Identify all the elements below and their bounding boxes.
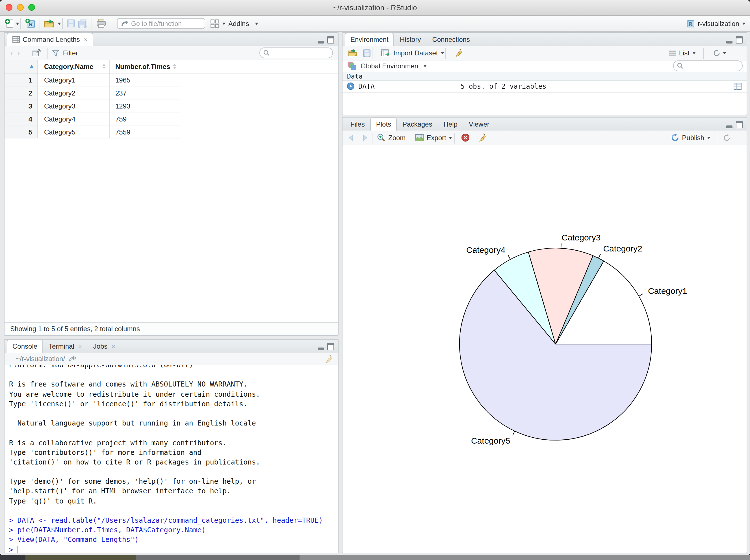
minimize-pane-icon[interactable]	[726, 38, 732, 43]
sort-icons	[173, 64, 176, 69]
pie-label-category5: Category5	[471, 436, 510, 445]
sort-ascending-icon	[29, 65, 34, 68]
popout-window-icon[interactable]	[33, 49, 41, 57]
maximize-pane-icon[interactable]	[736, 36, 743, 43]
goto-file-search[interactable]: Go to file/function	[117, 18, 205, 29]
clear-plots-broom-icon[interactable]	[478, 133, 486, 142]
import-dataset-icon[interactable]	[381, 49, 390, 57]
list-view-button[interactable]: List	[669, 49, 696, 57]
new-project-button[interactable]: R	[25, 16, 36, 31]
object-name: DATA	[358, 82, 375, 90]
close-tab-icon[interactable]: ×	[84, 36, 87, 43]
table-row[interactable]: 2Category2237	[4, 86, 338, 99]
tab-environment[interactable]: Environment	[345, 33, 394, 46]
previous-plot-icon[interactable]	[348, 134, 356, 141]
tab-history[interactable]: History	[394, 33, 427, 46]
console-output-line: You are welcome to redistribute it under…	[9, 390, 338, 400]
export-caret-icon	[449, 137, 452, 139]
view-data-grid-icon[interactable]	[734, 83, 742, 89]
export-label[interactable]: Export	[427, 134, 446, 142]
filter-label[interactable]: Filter	[63, 49, 78, 57]
addins-button[interactable]: Addins	[228, 16, 258, 31]
table-row[interactable]: 1Category11965	[4, 74, 338, 86]
project-menu-button[interactable]: R r-visualization	[686, 16, 746, 31]
minimize-pane-icon[interactable]	[318, 38, 324, 43]
forward-icon[interactable]: ›	[17, 49, 20, 57]
goto-arrow-icon	[121, 20, 128, 26]
clear-console-broom-icon[interactable]	[324, 355, 332, 363]
column-header-category-name[interactable]: Category.Name	[38, 60, 109, 73]
close-tab-icon[interactable]: ×	[78, 343, 82, 350]
save-all-button[interactable]	[78, 16, 87, 31]
console-output-line: Type 'contributors()' for more informati…	[9, 448, 338, 458]
console-output[interactable]: Platform: x86_64-apple-darwin15.6.0 (64-…	[4, 365, 338, 553]
environment-search-input[interactable]	[673, 60, 743, 71]
environment-pane: Environment History Connections	[342, 32, 747, 115]
tab-console[interactable]: Console	[7, 340, 43, 353]
publish-button[interactable]: Publish	[671, 133, 710, 142]
panes-layout-button[interactable]	[210, 16, 225, 31]
minimize-pane-icon[interactable]	[318, 345, 324, 351]
filter-icon[interactable]	[52, 49, 60, 56]
tab-help[interactable]: Help	[438, 118, 463, 131]
tab-files[interactable]: Files	[345, 118, 371, 131]
next-plot-icon[interactable]	[360, 134, 368, 141]
remove-plot-icon[interactable]	[461, 133, 470, 142]
new-file-button[interactable]	[4, 16, 19, 31]
refresh-environment-button[interactable]	[713, 49, 726, 57]
maximize-pane-icon[interactable]	[736, 121, 743, 128]
console-output-line: Type 'q()' to quit R.	[9, 497, 338, 506]
maximize-pane-icon[interactable]	[327, 36, 334, 43]
environment-object-row[interactable]: DATA 5 obs. of 2 variables	[342, 80, 747, 93]
maximize-pane-icon[interactable]	[327, 343, 334, 351]
plots-toolbar: Zoom Export	[342, 131, 747, 145]
console-output-line	[9, 410, 338, 419]
save-workspace-icon[interactable]	[363, 49, 371, 57]
expand-object-icon[interactable]	[347, 82, 354, 90]
console-output-line: R is free software and comes with ABSOLU…	[9, 381, 338, 390]
console-output-line: R is a collaborative project with many c…	[9, 439, 338, 448]
console-tabstrip: Console Terminal × Jobs ×	[4, 340, 338, 353]
tab-connections[interactable]: Connections	[427, 33, 475, 46]
minimize-pane-icon[interactable]	[726, 123, 732, 128]
console-prompt-line[interactable]: >	[9, 545, 338, 553]
viewer-tabstrip: Command Lengths ×	[4, 33, 338, 46]
close-tab-icon[interactable]: ×	[111, 343, 115, 350]
rownum-header[interactable]	[4, 60, 38, 73]
import-dataset-label[interactable]: Import Dataset	[393, 49, 438, 57]
zoom-plot-icon[interactable]	[377, 133, 386, 142]
list-caret-icon	[692, 52, 696, 54]
viewer-search-input[interactable]	[259, 47, 333, 58]
column-header-number-of-times[interactable]: Number.of.Times	[110, 60, 180, 73]
back-icon[interactable]: ‹	[10, 49, 13, 57]
refresh-plot-icon[interactable]	[723, 134, 731, 142]
zoom-label[interactable]: Zoom	[388, 134, 406, 142]
environment-scope-row: Global Environment	[342, 60, 747, 72]
object-value: 5 obs. of 2 variables	[461, 82, 546, 90]
goto-directory-icon[interactable]	[69, 356, 76, 362]
export-plot-icon[interactable]	[415, 134, 423, 141]
r-project-icon: R	[25, 18, 36, 29]
clear-workspace-broom-icon[interactable]	[454, 48, 462, 57]
console-output-line: Type 'license()' or 'licence()' for dist…	[9, 400, 338, 410]
table-row[interactable]: 3Category31293	[4, 99, 338, 113]
console-output-line	[9, 507, 338, 517]
console-command-line: > DATA <- read.table("/Users/lsalazar/co…	[9, 517, 338, 526]
tab-command-lengths[interactable]: Command Lengths ×	[7, 33, 93, 46]
print-button[interactable]	[96, 16, 106, 31]
refresh-icon	[713, 49, 721, 57]
tab-plots[interactable]: Plots	[371, 118, 397, 131]
load-workspace-icon[interactable]	[348, 49, 358, 57]
global-environment-label[interactable]: Global Environment	[360, 62, 420, 70]
tab-viewer[interactable]: Viewer	[463, 118, 495, 131]
tab-jobs[interactable]: Jobs ×	[87, 340, 121, 353]
open-file-button[interactable]	[44, 16, 61, 31]
table-row[interactable]: 5Category57559	[4, 125, 338, 138]
app-window: ~/r-visualization - RStudio R	[0, 0, 750, 555]
tab-packages[interactable]: Packages	[397, 118, 438, 131]
tab-terminal[interactable]: Terminal ×	[43, 340, 87, 353]
save-button[interactable]	[67, 16, 75, 31]
row-number: 3	[4, 99, 38, 113]
table-row[interactable]: 4Category4759	[4, 113, 338, 125]
viewer-status-bar: Showing 1 to 5 of 5 entries, 2 total col…	[4, 322, 338, 335]
